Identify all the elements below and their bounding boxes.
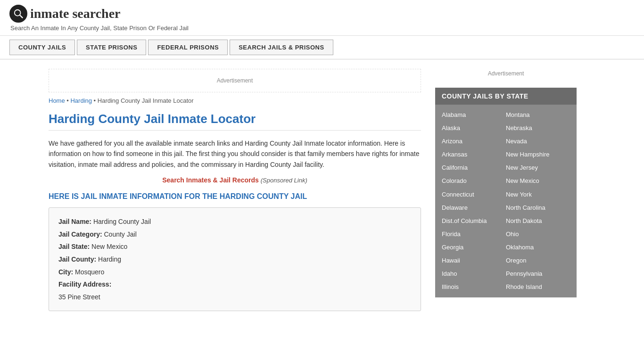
- state-link-idaho[interactable]: Idaho: [442, 267, 506, 280]
- nav-state-prisons[interactable]: STATE PRISONS: [77, 40, 146, 55]
- logo-area: inmate searcher: [9, 5, 635, 23]
- state-link-florida[interactable]: Florida: [442, 228, 506, 241]
- state-link-pennsylvania[interactable]: Pennsylvania: [506, 267, 570, 280]
- state-link-colorado[interactable]: Colorado: [442, 174, 506, 188]
- jail-category-value: County Jail: [104, 230, 136, 238]
- state-link-rhode-island[interactable]: Rhode Island: [506, 280, 570, 294]
- state-link-delaware[interactable]: Delaware: [442, 201, 506, 214]
- body-text: We have gathered for you all the availab…: [49, 138, 421, 170]
- nav-county-jails[interactable]: COUNTY JAILS: [9, 40, 75, 55]
- jail-name-label: Jail Name:: [58, 218, 91, 225]
- nav-search-jails[interactable]: SEARCH JAILS & PRISONS: [230, 40, 333, 55]
- jail-state-label: Jail State:: [58, 243, 90, 250]
- page-title: Harding County Jail Inmate Locator: [49, 112, 421, 131]
- state-link-dist.of-columbia[interactable]: Dist.of Columbia: [442, 214, 506, 228]
- main-nav: COUNTY JAILS STATE PRISONS FEDERAL PRISO…: [0, 36, 644, 59]
- jail-address-row: Facility Address: 35 Pine Street: [58, 278, 411, 303]
- county-jails-box: COUNTY JAILS BY STATE AlabamaAlaskaArizo…: [435, 88, 577, 297]
- state-link-alaska[interactable]: Alaska: [442, 122, 506, 135]
- jail-city-row: City: Mosquero: [58, 266, 411, 279]
- main-layout: Advertisement Home • Harding • Harding C…: [39, 59, 605, 321]
- breadcrumb-home[interactable]: Home: [49, 97, 65, 104]
- svg-line-1: [20, 15, 23, 18]
- state-link-arizona[interactable]: Arizona: [442, 135, 506, 148]
- sponsored-label: (Sponsored Link): [261, 177, 307, 184]
- jail-address-value: 35 Pine Street: [58, 293, 100, 301]
- state-link-nebraska[interactable]: Nebraska: [506, 122, 570, 135]
- nav-federal-prisons[interactable]: FEDERAL PRISONS: [148, 40, 228, 55]
- state-link-north-carolina[interactable]: North Carolina: [506, 201, 570, 214]
- sidebar: Advertisement COUNTY JAILS BY STATE Alab…: [430, 59, 577, 321]
- state-link-new-mexico[interactable]: New Mexico: [506, 174, 570, 188]
- state-link-nevada[interactable]: Nevada: [506, 135, 570, 148]
- state-link-new-york[interactable]: New York: [506, 188, 570, 201]
- state-link-connecticut[interactable]: Connecticut: [442, 188, 506, 201]
- jail-county-row: Jail County: Harding: [58, 253, 411, 266]
- state-link-arkansas[interactable]: Arkansas: [442, 148, 506, 161]
- state-link-hawaii[interactable]: Hawaii: [442, 254, 506, 267]
- state-link-oklahoma[interactable]: Oklahoma: [506, 241, 570, 254]
- section-heading: HERE IS JAIL INMATE INFORMATION FOR THE …: [49, 192, 421, 201]
- state-link-alabama[interactable]: Alabama: [442, 108, 506, 122]
- content-area: Advertisement Home • Harding • Harding C…: [49, 59, 430, 321]
- jail-county-label: Jail County:: [58, 255, 96, 263]
- jail-name-value: Harding County Jail: [93, 218, 151, 225]
- breadcrumb-current: Harding County Jail Inmate Locator: [98, 97, 194, 104]
- state-link-ohio[interactable]: Ohio: [506, 228, 570, 241]
- jail-address-label: Facility Address:: [58, 280, 111, 288]
- state-link-georgia[interactable]: Georgia: [442, 241, 506, 254]
- jail-city-value: Mosquero: [75, 268, 104, 276]
- jail-name-row: Jail Name: Harding County Jail: [58, 215, 411, 228]
- top-ad-banner: Advertisement: [49, 69, 421, 92]
- jail-category-row: Jail Category: County Jail: [58, 228, 411, 241]
- state-col-right: MontanaNebraskaNevadaNew HampshireNew Je…: [506, 108, 570, 294]
- breadcrumb-parent[interactable]: Harding: [70, 97, 92, 104]
- logo-icon: [9, 5, 27, 23]
- state-link-illinois[interactable]: Illinois: [442, 280, 506, 294]
- state-link-new-jersey[interactable]: New Jersey: [506, 161, 570, 174]
- jail-state-value: New Mexico: [91, 243, 127, 250]
- site-header: inmate searcher Search An Inmate In Any …: [0, 0, 644, 36]
- state-link-new-hampshire[interactable]: New Hampshire: [506, 148, 570, 161]
- state-columns: AlabamaAlaskaArizonaArkansasCaliforniaCo…: [435, 105, 577, 297]
- jail-city-label: City:: [58, 268, 73, 276]
- jail-category-label: Jail Category:: [58, 230, 102, 238]
- svg-point-0: [15, 10, 21, 16]
- sponsored-link[interactable]: Search Inmates & Jail Records: [162, 176, 259, 184]
- county-jails-box-title: COUNTY JAILS BY STATE: [435, 88, 577, 105]
- state-col-left: AlabamaAlaskaArizonaArkansasCaliforniaCo…: [442, 108, 506, 294]
- state-link-california[interactable]: California: [442, 161, 506, 174]
- tagline: Search An Inmate In Any County Jail, Sta…: [10, 25, 635, 32]
- sidebar-ad: Advertisement: [435, 64, 577, 83]
- state-link-oregon[interactable]: Oregon: [506, 254, 570, 267]
- state-link-north-dakota[interactable]: North Dakota: [506, 214, 570, 228]
- jail-county-value: Harding: [98, 255, 121, 263]
- info-card: Jail Name: Harding County Jail Jail Cate…: [49, 207, 421, 311]
- sponsored-link-container: Search Inmates & Jail Records (Sponsored…: [49, 176, 421, 184]
- breadcrumb: Home • Harding • Harding County Jail Inm…: [49, 97, 421, 104]
- jail-state-row: Jail State: New Mexico: [58, 240, 411, 253]
- logo-text: inmate searcher: [30, 6, 121, 21]
- state-link-montana[interactable]: Montana: [506, 108, 570, 122]
